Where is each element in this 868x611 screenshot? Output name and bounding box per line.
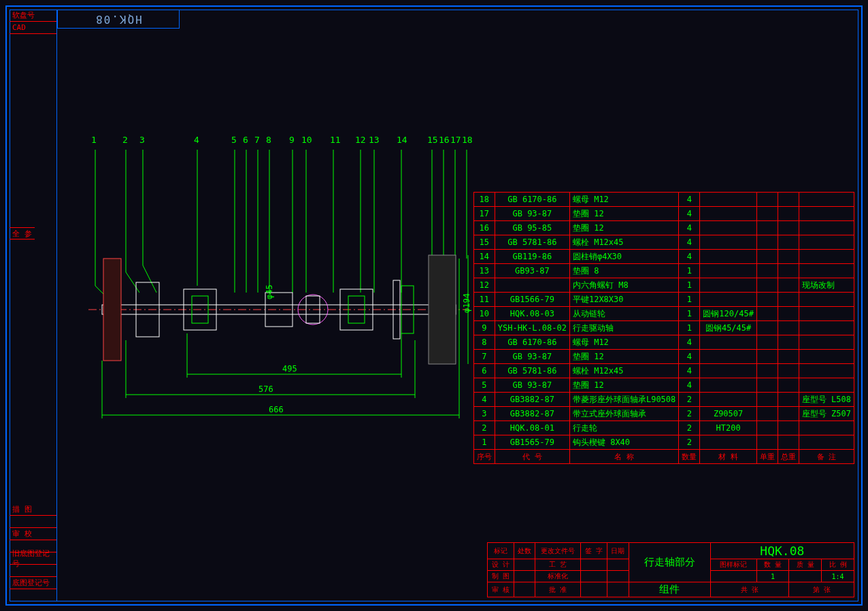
title-block: 标记 处数 更改文件号 签 字 日期 行走轴部分 HQK.08 设 计 工 艺 …	[487, 542, 854, 597]
table-row: 11GB1566-79平键12X8X301	[473, 293, 854, 307]
svg-text:1: 1	[91, 135, 97, 145]
left-label: 描 图	[10, 503, 56, 516]
table-row: 10HQK.08-03从动链轮1圆钢120/45#	[473, 307, 854, 321]
table-row: 9YSH-HK-L.08-02行走驱动轴1圆钢45/45#	[473, 321, 854, 335]
left-label: 旧底图登记号	[10, 552, 56, 565]
mirrored-title: HQK.08	[95, 13, 142, 26]
svg-text:17: 17	[450, 135, 461, 145]
svg-text:5: 5	[231, 135, 237, 145]
svg-text:14: 14	[397, 135, 407, 145]
table-row: 4GB3882-87带菱形座外球面轴承L905082座型号 L508	[473, 393, 854, 407]
table-row: 17GB 93-87垫圈 124	[473, 207, 854, 221]
svg-text:11: 11	[330, 135, 341, 145]
left-label: 软盘号	[10, 10, 56, 22]
svg-text:3: 3	[139, 135, 145, 145]
table-row: 5GB 93-87垫圈 124	[473, 378, 854, 393]
left-label-column: 软盘号 CAD 全 参 描 图 审 校 旧底图登记号 底图登记号	[10, 10, 57, 601]
dim-495: 495	[282, 364, 297, 374]
svg-text:9: 9	[289, 135, 295, 145]
table-row: 13GB93-87垫圈 81	[473, 264, 854, 278]
mechanical-drawing: 1 2 3 4 5 6 7 8 9 10 11 12 13 14 15 16 1…	[61, 122, 483, 469]
mirrored-title-tab: HQK.08	[57, 10, 180, 29]
svg-text:16: 16	[439, 135, 450, 145]
left-label: CAD	[10, 22, 56, 34]
left-label: 底图登记号	[10, 577, 56, 589]
dim-dia194: φ194	[462, 293, 471, 313]
table-row: 14GB119-86圆柱销φ4X304	[473, 250, 854, 264]
svg-text:12: 12	[355, 135, 366, 145]
svg-text:4: 4	[194, 135, 199, 145]
table-row: 16GB 95-85垫圈 124	[473, 221, 854, 235]
svg-text:13: 13	[369, 135, 380, 145]
table-row: 8GB 6170-86螺母 M124	[473, 335, 854, 350]
svg-rect-53	[429, 255, 456, 364]
left-label: 审 校	[10, 528, 56, 540]
drawing-number: HQK.08	[710, 543, 854, 559]
bom-header-row: 序号代 号名 称数量材 料单重总重备 注	[473, 450, 854, 464]
svg-text:8: 8	[266, 135, 271, 145]
assembly-name: 行走轴部分	[629, 543, 710, 582]
table-row: 15GB 5781-86螺栓 M12x454	[473, 235, 854, 250]
table-row: 6GB 5781-86螺栓 M12x454	[473, 364, 854, 378]
svg-text:2: 2	[122, 135, 128, 145]
svg-line-5	[143, 265, 156, 293]
table-row: 1GB1565-79钩头楔键 8X402	[473, 435, 854, 450]
dim-576: 576	[258, 384, 273, 394]
assembly-type: 组件	[629, 582, 710, 597]
dim-666: 666	[269, 405, 284, 414]
svg-rect-42	[103, 259, 121, 361]
table-row: 2HQK.08-01行走轮2HT200	[473, 421, 854, 435]
table-row: 3GB3882-87带立式座外球面轴承2Z90507座型号 Z507	[473, 407, 854, 421]
svg-text:18: 18	[462, 135, 473, 145]
table-row: 7GB 93-87垫圈 124	[473, 350, 854, 364]
svg-text:15: 15	[427, 135, 438, 145]
svg-text:6: 6	[243, 135, 248, 145]
bom-table: 18GB 6170-86螺母 M12417GB 93-87垫圈 12416GB …	[473, 192, 854, 464]
table-row: 18GB 6170-86螺母 M124	[473, 193, 854, 207]
svg-text:7: 7	[254, 135, 260, 145]
table-row: 12内六角螺钉 M81现场改制	[473, 278, 854, 293]
dim-dia45: φ45	[265, 284, 274, 299]
svg-text:10: 10	[301, 135, 312, 145]
left-label: 全 参	[10, 227, 35, 240]
